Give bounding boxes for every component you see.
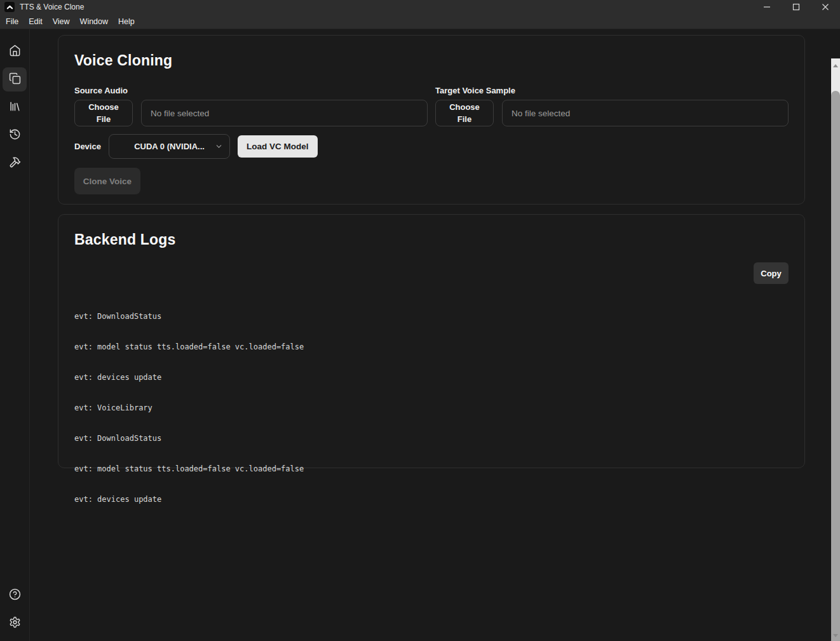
log-line: evt: model status tts.loaded=false vc.lo…	[74, 342, 789, 352]
close-button[interactable]	[811, 0, 840, 14]
minimize-button[interactable]	[752, 0, 782, 14]
titlebar: TTS & Voice Clone	[0, 0, 840, 14]
menu-edit[interactable]: Edit	[24, 14, 48, 29]
device-row: Device CUDA 0 (NVIDIA... Load VC Model	[74, 134, 789, 159]
app-logo-icon	[4, 2, 15, 12]
log-output: evt: DownloadStatus evt: model status tt…	[74, 291, 789, 525]
target-voice-group: Target Voice Sample Choose File No file …	[435, 86, 789, 126]
log-line: evt: model status tts.loaded=false vc.lo…	[74, 464, 789, 474]
sidebar	[0, 29, 30, 641]
gear-icon	[9, 616, 21, 631]
device-select[interactable]: CUDA 0 (NVIDIA...	[109, 134, 230, 159]
voice-cloning-title: Voice Cloning	[74, 52, 789, 69]
source-audio-group: Source Audio Choose File No file selecte…	[74, 86, 428, 126]
help-circle-icon	[9, 588, 21, 603]
library-icon	[9, 100, 21, 115]
backend-logs-card: Backend Logs Copy evt: DownloadStatus ev…	[58, 214, 805, 468]
menu-file[interactable]: File	[1, 14, 24, 29]
source-choose-file-button[interactable]: Choose File	[74, 100, 133, 126]
chevron-down-icon	[215, 142, 223, 151]
log-line: evt: VoiceLibrary	[74, 403, 789, 413]
hammer-icon	[9, 156, 21, 171]
sidebar-item-help[interactable]	[3, 583, 27, 607]
log-line: evt: devices update	[74, 372, 789, 382]
target-choose-file-button[interactable]: Choose File	[435, 100, 494, 126]
vertical-scrollbar[interactable]	[831, 58, 840, 641]
sidebar-item-tools[interactable]	[3, 151, 27, 175]
sidebar-item-settings[interactable]	[3, 611, 27, 635]
file-pickers-row: Source Audio Choose File No file selecte…	[74, 86, 789, 126]
log-line: evt: DownloadStatus	[74, 311, 789, 321]
log-line: evt: DownloadStatus	[74, 433, 789, 443]
source-audio-label: Source Audio	[74, 86, 428, 95]
target-file-status: No file selected	[502, 100, 789, 126]
device-selected-value: CUDA 0 (NVIDIA...	[134, 142, 205, 151]
content-area: Voice Cloning Source Audio Choose File N…	[30, 29, 840, 641]
log-line: evt: devices update	[74, 494, 789, 504]
target-voice-label: Target Voice Sample	[435, 86, 789, 95]
scroll-down-arrow-icon[interactable]	[831, 631, 840, 640]
menu-help[interactable]: Help	[113, 14, 140, 29]
sidebar-item-voice-clone[interactable]	[3, 67, 27, 91]
backend-logs-title: Backend Logs	[74, 231, 789, 248]
window-controls	[752, 0, 840, 14]
voice-cloning-card: Voice Cloning Source Audio Choose File N…	[58, 35, 805, 205]
copy-icon	[9, 72, 21, 87]
scroll-up-arrow-icon[interactable]	[831, 61, 840, 70]
load-vc-model-button[interactable]: Load VC Model	[238, 135, 318, 158]
sidebar-item-library[interactable]	[3, 95, 27, 119]
window-title: TTS & Voice Clone	[20, 3, 84, 11]
clone-voice-button[interactable]: Clone Voice	[74, 168, 140, 194]
menubar: File Edit View Window Help	[0, 14, 840, 29]
scrollbar-thumb[interactable]	[831, 91, 840, 641]
menu-view[interactable]: View	[48, 14, 75, 29]
history-icon	[9, 128, 21, 143]
sidebar-item-history[interactable]	[3, 123, 27, 147]
source-file-status: No file selected	[141, 100, 428, 126]
menu-window[interactable]: Window	[75, 14, 113, 29]
sidebar-item-home[interactable]	[3, 39, 27, 64]
app-window: TTS & Voice Clone File Edit View Window …	[0, 0, 840, 641]
device-label: Device	[74, 142, 109, 151]
maximize-button[interactable]	[782, 0, 811, 14]
copy-logs-button[interactable]: Copy	[754, 262, 789, 284]
home-icon	[9, 44, 21, 59]
